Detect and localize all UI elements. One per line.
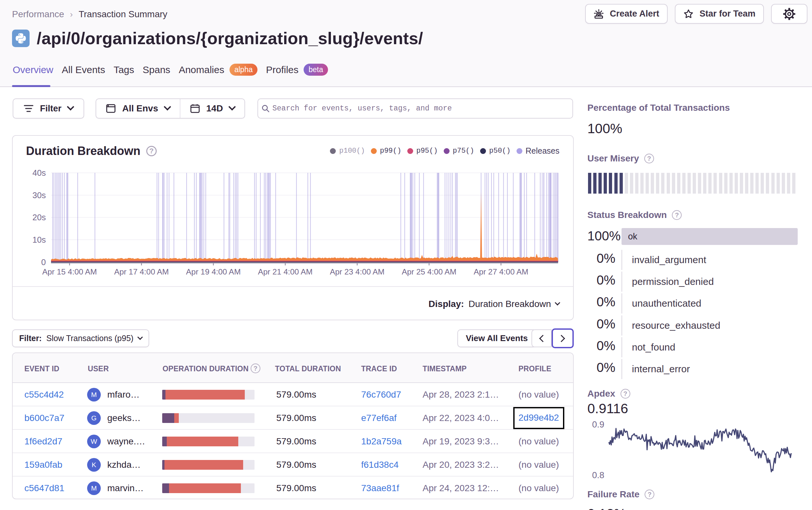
svg-text:40s: 40s	[32, 168, 46, 177]
svg-text:Apr 23 4:00 AM: Apr 23 4:00 AM	[330, 267, 384, 276]
svg-text:Apr 19 4:00 AM: Apr 19 4:00 AM	[186, 267, 240, 276]
svg-text:Apr 17 4:00 AM: Apr 17 4:00 AM	[114, 267, 169, 276]
svg-text:0.9: 0.9	[592, 420, 604, 429]
svg-text:10s: 10s	[32, 235, 46, 244]
svg-text:Apr 15 4:00 AM: Apr 15 4:00 AM	[42, 267, 97, 276]
svg-text:Apr 21 4:00 AM: Apr 21 4:00 AM	[258, 267, 313, 276]
svg-text:20s: 20s	[32, 213, 46, 222]
svg-text:Apr 25 4:00 AM: Apr 25 4:00 AM	[402, 267, 456, 276]
svg-text:0: 0	[41, 258, 46, 267]
svg-text:0.8: 0.8	[592, 470, 604, 480]
svg-text:Apr 27 4:00 AM: Apr 27 4:00 AM	[474, 267, 528, 276]
svg-text:30s: 30s	[32, 191, 46, 200]
